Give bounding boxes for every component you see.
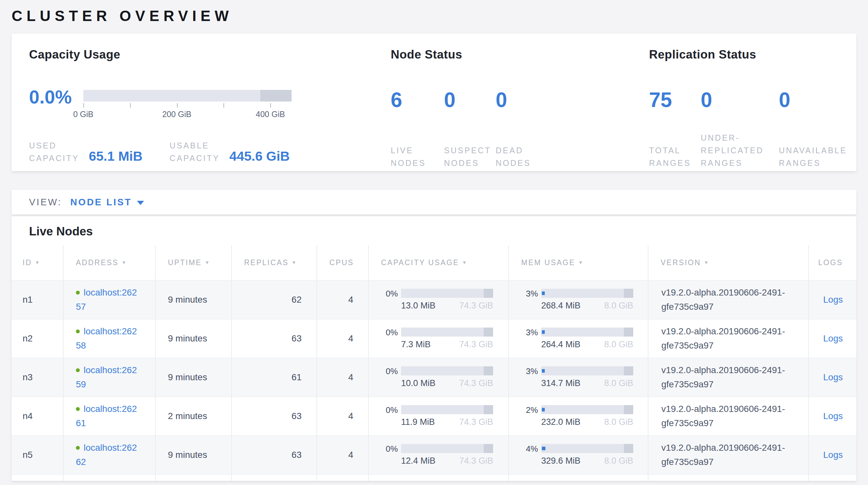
node-version-cell: v19.2.0-alpha.20190606-2491-gfe735c9a97 (648, 435, 809, 474)
node-id-cell: n1 (11, 280, 63, 319)
replication-status-value: 0 (779, 88, 851, 112)
capacity-meter: 0%7.3 MiB74.3 GiB (369, 327, 508, 349)
live-status-dot-icon (76, 330, 80, 333)
node-address-cell: localhost:26261 (63, 397, 155, 435)
replication-status-stat: 0UNAVAILABLE RANGES (779, 88, 851, 169)
column-header-version[interactable]: VERSION▼ (648, 246, 809, 280)
node-replicas-cell: 63 (231, 319, 317, 358)
node-logs-link[interactable]: Logs (823, 450, 843, 460)
memory-meter: 3%264.4 MiB8.0 GiB (509, 327, 648, 349)
node-uptime-cell: 9 minutes (155, 435, 231, 474)
node-version-text: v19.2.0-alpha.20190606-2491-gfe735c9a97 (661, 324, 801, 353)
column-header-replicas[interactable]: REPLICAS▼ (231, 246, 317, 280)
column-header-address[interactable]: ADDRESS▼ (63, 246, 155, 280)
capacity-bar-end-segment (260, 90, 291, 102)
sort-arrow-icon: ▼ (291, 260, 298, 265)
table-header-row: ID▼ADDRESS▼UPTIME▼REPLICAS▼CPUSCAPACITY … (11, 246, 857, 280)
memory-percent: 4% (517, 444, 538, 454)
node-capacity-cell: 0%10.0 MiB74.3 GiB (368, 358, 508, 397)
memory-total-value: 8.0 GiB (604, 340, 633, 349)
node-address-cell: localhost:26259 (63, 358, 155, 397)
capacity-used-value: 13.0 MiB (401, 301, 436, 311)
capacity-percent-value: 0.0% (29, 89, 83, 106)
node-version-cell: v19.2.0-alpha.20190606-2491-gfe735c9a97 (648, 358, 809, 397)
memory-bar-track (541, 327, 633, 337)
node-logs-link[interactable]: Logs (823, 372, 843, 382)
node-status-label: SUSPECT NODES (444, 144, 489, 169)
node-address-link[interactable]: localhost:26258 (76, 324, 141, 353)
node-logs-link[interactable]: Logs (823, 294, 843, 305)
node-address-cell: localhost:26258 (63, 319, 155, 358)
capacity-axis-tick (223, 103, 224, 108)
capacity-axis-tick-label: 400 GiB (256, 110, 285, 119)
memory-used-value: 268.4 MiB (541, 301, 581, 311)
node-uptime-cell: 9 minutes (155, 280, 231, 319)
capacity-axis-tick (83, 103, 84, 108)
page-title: CLUSTER OVERVIEW (11, 0, 857, 25)
capacity-used-value: 11.9 MiB (401, 417, 435, 427)
node-logs-cell: Logs (809, 280, 857, 319)
capacity-bar: 0 GiB200 GiB400 GiB (83, 90, 291, 119)
view-selector-dropdown[interactable]: NODE LIST (70, 197, 144, 207)
memory-meter: 4%329.6 MiB8.0 GiB (509, 444, 648, 466)
node-capacity-cell: 0%7.3 MiB74.3 GiB (368, 319, 508, 358)
table-row: n2localhost:262589 minutes6340%7.3 MiB74… (11, 319, 857, 358)
column-header-capacity-usage[interactable]: CAPACITY USAGE▼ (368, 246, 508, 280)
node-capacity-cell: 0%12.4 MiB74.3 GiB (368, 435, 508, 474)
column-header-mem-usage[interactable]: MEM USAGE▼ (508, 246, 648, 280)
capacity-used-value: 12.4 MiB (401, 456, 436, 466)
live-nodes-card: Live Nodes ID▼ADDRESS▼UPTIME▼REPLICAS▼CP… (11, 216, 857, 481)
column-header-uptime[interactable]: UPTIME▼ (155, 246, 231, 280)
live-status-dot-icon (76, 291, 80, 294)
capacity-percent: 0% (377, 289, 398, 298)
node-version-cell: v19.2.0-alpha.20190606-2491-gfe735c9a97 (648, 319, 809, 358)
capacity-used-value: 7.3 MiB (401, 340, 431, 349)
capacity-percent: 0% (377, 405, 398, 415)
node-logs-link[interactable]: Logs (823, 411, 843, 421)
memory-bar-fill (542, 408, 545, 411)
sort-arrow-icon: ▼ (704, 260, 710, 265)
column-header-cpus: CPUS (317, 246, 368, 280)
live-nodes-heading: Live Nodes (11, 225, 857, 238)
capacity-axis-tick-label: 200 GiB (162, 110, 191, 119)
node-uptime-cell: 2 minutes (155, 397, 231, 435)
usable-capacity-label: USABLE CAPACITY (169, 139, 223, 165)
capacity-axis-labels: 0 GiB200 GiB400 GiB (83, 110, 291, 119)
node-mem-cell: 2%232.0 MiB8.0 GiB (508, 397, 648, 435)
node-status-section: Node Status 6LIVE NODES0SUSPECT NODES0DE… (391, 48, 649, 158)
node-replicas-cell: 62 (231, 280, 317, 319)
node-address-link[interactable]: localhost:26261 (76, 402, 141, 430)
live-status-dot-icon (76, 446, 80, 450)
node-id-cell: n2 (11, 319, 63, 358)
capacity-meter: 0%10.0 MiB74.3 GiB (369, 366, 508, 388)
node-address-link[interactable]: localhost:26257 (76, 286, 141, 314)
memory-bar-track (541, 405, 633, 414)
node-status-value: 0 (496, 88, 541, 112)
capacity-bar-end-segment (484, 327, 493, 337)
node-address-link[interactable]: localhost:26259 (76, 363, 141, 392)
view-bar: VIEW: NODE LIST (11, 190, 857, 215)
node-version-text: v19.2.0-alpha.20190606-2491-gfe735c9a97 (661, 441, 801, 469)
memory-bar-track (541, 366, 633, 375)
node-logs-link[interactable]: Logs (823, 333, 843, 343)
table-row: n4localhost:262612 minutes6340%11.9 MiB7… (11, 397, 857, 435)
replication-status-stats: 75TOTAL RANGES0UNDER-REPLICATED RANGES0U… (649, 88, 851, 169)
capacity-total-value: 74.3 GiB (459, 456, 493, 466)
node-replicas-cell: 61 (231, 358, 317, 397)
node-address-cell: localhost:26262 (63, 435, 155, 474)
memory-meter: 3%314.7 MiB8.0 GiB (509, 366, 648, 388)
column-header-id[interactable]: ID▼ (11, 246, 63, 280)
node-cpus-cell: 4 (317, 358, 368, 397)
sort-arrow-icon: ▼ (205, 260, 211, 265)
memory-total-value: 8.0 GiB (604, 417, 633, 427)
node-mem-cell: 4%329.6 MiB8.0 GiB (508, 435, 648, 474)
node-address-link[interactable]: localhost:26262 (76, 441, 141, 469)
view-selected-value[interactable]: NODE LIST (70, 197, 132, 207)
replication-status-label: TOTAL RANGES (649, 144, 691, 169)
capacity-bar-track (83, 90, 291, 102)
capacity-used-value: 10.0 MiB (401, 378, 436, 388)
capacity-total-value: 74.3 GiB (459, 417, 493, 427)
capacity-bar-end-segment (484, 366, 493, 375)
memory-percent: 3% (517, 327, 538, 337)
replication-status-stat: 75TOTAL RANGES (649, 88, 701, 169)
